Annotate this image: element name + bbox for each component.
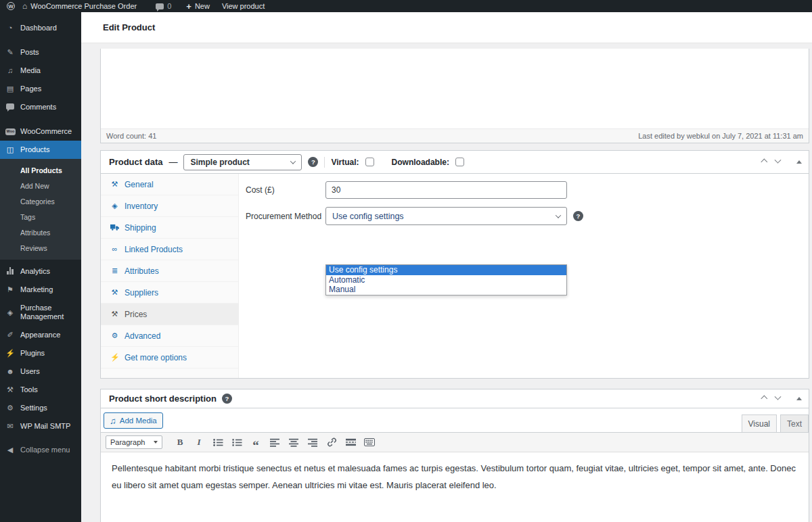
bold-button[interactable]: B — [172, 435, 188, 450]
product-type-help-icon[interactable]: ? — [308, 157, 318, 167]
tab-suppliers[interactable]: ⚒ Suppliers — [101, 282, 238, 304]
submenu-item-add-new[interactable]: Add New — [0, 178, 81, 193]
sidebar-item-marketing[interactable]: ⚑ Marketing — [0, 281, 81, 299]
procurement-help-icon[interactable]: ? — [573, 211, 583, 221]
tab-visual[interactable]: Visual — [742, 414, 777, 432]
sidebar-item-purchase-management[interactable]: ◈ Purchase Management — [0, 299, 81, 326]
plugins-icon: ⚡ — [5, 350, 15, 357]
sidebar-item-settings[interactable]: ⚙ Settings — [0, 399, 81, 417]
sidebar-item-woocommerce[interactable]: Woo WooCommerce — [0, 122, 81, 141]
move-up-icon[interactable] — [761, 159, 767, 166]
submenu-item-attributes[interactable]: Attributes — [0, 224, 81, 240]
align-right-button[interactable] — [304, 435, 321, 450]
toggle-panel-icon[interactable] — [796, 397, 802, 400]
move-down-icon[interactable] — [775, 394, 782, 400]
tab-text[interactable]: Text — [780, 414, 809, 432]
align-left-button[interactable] — [267, 435, 283, 450]
tab-prices[interactable]: ⚒ Prices — [101, 304, 238, 325]
numbered-list-button[interactable] — [229, 435, 245, 450]
downloadable-label: Downloadable: — [392, 158, 449, 167]
tab-inventory[interactable]: ◈ Inventory — [101, 195, 238, 217]
new-label: New — [195, 2, 210, 10]
paragraph-format-select[interactable]: Paragraph — [106, 435, 162, 449]
sidebar-item-media[interactable]: ♫ Media — [0, 62, 81, 80]
gear-icon: ⚙ — [110, 332, 119, 339]
italic-button[interactable]: I — [191, 435, 207, 450]
format-value: Paragraph — [110, 438, 145, 446]
wrench-icon: ⚒ — [110, 181, 119, 188]
dashboard-icon: ◔ — [5, 24, 15, 32]
toggle-panel-icon[interactable] — [796, 160, 802, 164]
product-data-tabs: ⚒ General ◈ Inventory Shipping ∞ Linked … — [101, 174, 239, 378]
editor-toolbar: Paragraph B I “ — [101, 432, 809, 452]
collapse-menu-button[interactable]: ◀ Collapse menu — [0, 441, 81, 459]
comments-admin-link[interactable]: 0 — [150, 0, 177, 12]
tools-icon: ⚒ — [5, 386, 15, 394]
add-media-button[interactable]: ♫ Add Media — [104, 412, 163, 429]
sidebar-item-products[interactable]: ◫ Products — [0, 141, 81, 159]
page-title: Edit Product — [103, 22, 155, 32]
procurement-method-select[interactable]: Use config settings — [325, 207, 567, 225]
dropdown-option-manual[interactable]: Manual — [326, 285, 566, 295]
sidebar-item-appearance[interactable]: ✐ Appearance — [0, 326, 81, 344]
truck-icon — [110, 224, 119, 232]
submenu-item-reviews[interactable]: Reviews — [0, 240, 81, 256]
new-content-link[interactable]: + New — [180, 0, 216, 12]
short-description-help-icon[interactable]: ? — [222, 394, 232, 404]
sidebar-item-analytics[interactable]: Analytics — [0, 262, 81, 281]
settings-icon: ⚙ — [5, 404, 15, 412]
cost-input[interactable] — [325, 181, 567, 199]
tab-linked-products[interactable]: ∞ Linked Products — [101, 239, 238, 260]
virtual-checkbox[interactable] — [365, 158, 374, 166]
sidebar-item-dashboard[interactable]: ◔ Dashboard — [0, 19, 81, 37]
short-description-content[interactable]: Pellentesque habitant morbi tristique se… — [101, 452, 809, 522]
tab-advanced[interactable]: ⚙ Advanced — [101, 325, 238, 347]
tab-general[interactable]: ⚒ General — [101, 174, 238, 195]
tab-shipping[interactable]: Shipping — [101, 217, 238, 239]
procurement-method-value: Use config settings — [332, 212, 404, 221]
downloadable-checkbox[interactable] — [455, 158, 464, 166]
tab-attributes[interactable]: ≣ Attributes — [101, 260, 238, 282]
blockquote-button[interactable]: “ — [248, 435, 264, 450]
add-media-label: Add Media — [120, 417, 157, 425]
read-more-tag-button[interactable] — [342, 435, 359, 450]
wordpress-logo-button[interactable]: W — [5, 0, 21, 12]
dropdown-option-automatic[interactable]: Automatic — [326, 275, 566, 285]
insert-link-button[interactable] — [323, 435, 340, 450]
product-type-value: Simple product — [190, 158, 249, 167]
link-icon: ∞ — [110, 245, 119, 253]
short-description-title: Product short description — [109, 394, 217, 404]
sidebar-item-users[interactable]: ☻ Users — [0, 362, 81, 381]
main-editor-content[interactable] — [101, 49, 809, 128]
marketing-icon: ⚑ — [5, 286, 15, 293]
submenu-item-tags[interactable]: Tags — [0, 209, 81, 224]
panel-controls — [760, 396, 802, 401]
move-up-icon[interactable] — [761, 396, 767, 402]
comments-bubble-icon — [156, 3, 164, 9]
comment-count: 0 — [167, 2, 171, 10]
tab-get-more-options[interactable]: ⚡ Get more options — [101, 347, 238, 369]
posts-icon: ✎ — [5, 49, 15, 56]
sidebar-item-comments[interactable]: Comments — [0, 98, 81, 116]
move-down-icon[interactable] — [775, 157, 782, 164]
sidebar-item-posts[interactable]: ✎ Posts — [0, 43, 81, 62]
toolbar-toggle-button[interactable] — [361, 435, 378, 450]
site-name-link[interactable]: ⌂ WooCommerce Purchase Order — [21, 0, 143, 12]
procurement-method-label: Procurement Method — [246, 212, 325, 221]
short-description-paragraph: Pellentesque habitant morbi tristique se… — [112, 460, 798, 494]
cost-label: Cost (£) — [246, 185, 325, 195]
submenu-item-all-products[interactable]: All Products — [0, 162, 81, 178]
sidebar-item-plugins[interactable]: ⚡ Plugins — [0, 344, 81, 362]
media-buttons-row: ♫ Add Media Visual Text — [101, 408, 809, 432]
inventory-icon: ◈ — [110, 202, 119, 210]
sidebar-item-tools[interactable]: ⚒ Tools — [0, 381, 81, 399]
sidebar-item-wp-mail-smtp[interactable]: ✉ WP Mail SMTP — [0, 417, 81, 435]
submenu-item-categories[interactable]: Categories — [0, 193, 81, 209]
view-product-link[interactable]: View product — [216, 0, 271, 12]
align-center-button[interactable] — [286, 435, 302, 450]
admin-bar: W ⌂ WooCommerce Purchase Order 0 + New V… — [0, 0, 812, 12]
sidebar-item-pages[interactable]: ▤ Pages — [0, 80, 81, 98]
product-type-select[interactable]: Simple product — [183, 154, 302, 170]
dropdown-option-use-config-settings[interactable]: Use config settings — [326, 265, 566, 275]
bullet-list-button[interactable] — [210, 435, 226, 450]
